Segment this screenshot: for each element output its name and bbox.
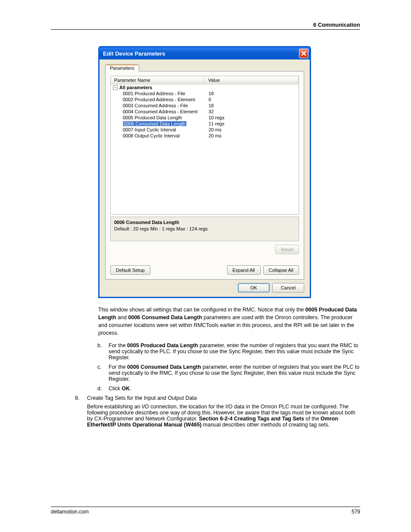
cancel-button[interactable]: Cancel [272, 283, 304, 292]
table-row[interactable]: 0007 Input Cyclic Interval20 ms [111, 127, 299, 133]
footer-page-number: 579 [352, 509, 360, 515]
collapse-icon[interactable]: − [113, 85, 118, 90]
step-c: c. For the 0006 Consumed Data Length par… [97, 364, 360, 382]
list-marker: d. [97, 386, 109, 392]
detail-info: Default : 20 regs Min : 1 regs Max : 124… [114, 226, 295, 231]
collapse-all-button[interactable]: Collapse All [263, 265, 299, 275]
default-setup-button[interactable]: Default Setup [110, 265, 150, 275]
table-row[interactable]: 0001 Produced Address - File18 [111, 90, 299, 96]
table-row[interactable]: 0003 Consumed Address - File18 [111, 103, 299, 109]
step-d: d. Click OK. [97, 386, 360, 392]
step-8-title: Create Tag Sets for the Input and Output… [87, 395, 360, 401]
list-marker: c. [97, 364, 109, 382]
page-footer: deltamotion.com 579 [51, 507, 360, 515]
table-row[interactable]: 0005 Produced Data Length10 regs [111, 115, 299, 121]
list-marker: b. [97, 342, 109, 361]
column-header-value[interactable]: Value [205, 76, 299, 84]
tab-parameters[interactable]: Parameters [105, 64, 139, 72]
dialog-caption: This window shows all settings that can … [98, 306, 360, 337]
expand-all-button[interactable]: Expand All [227, 265, 261, 275]
table-row[interactable]: 0006 Consumed Data Length11 regs [111, 121, 299, 127]
table-row[interactable]: 0008 Output Cyclic Interval20 ms [111, 133, 299, 139]
reset-button[interactable]: Reset [275, 245, 299, 254]
step-8: 8. Create Tag Sets for the Input and Out… [75, 395, 360, 428]
titlebar: Edit Device Parameters [100, 47, 310, 59]
tree-group-all-parameters[interactable]: −All parameters [111, 84, 299, 90]
table-row[interactable]: 0004 Consumed Address - Element32 [111, 109, 299, 115]
page-header: 6 Communication [51, 22, 360, 30]
edit-device-parameters-dialog: Edit Device Parameters Parameters Parame… [98, 46, 311, 298]
table-row[interactable]: 0002 Produced Address - Element0 [111, 96, 299, 103]
ok-button[interactable]: OK [238, 283, 270, 292]
close-icon[interactable] [299, 49, 308, 58]
list-marker: 8. [75, 395, 87, 428]
header-title: 6 Communication [313, 22, 360, 28]
parameter-grid: Parameter Name Value −All parameters0001… [110, 76, 299, 215]
tab-panel: Parameter Name Value −All parameters0001… [105, 71, 304, 280]
parameter-detail: 0006 Consumed Data Length Default : 20 r… [110, 217, 299, 241]
column-header-name[interactable]: Parameter Name [111, 76, 205, 84]
step-8-body: Before establishing an I/O connection, t… [87, 404, 360, 428]
footer-site: deltamotion.com [51, 509, 89, 515]
dialog-title: Edit Device Parameters [103, 50, 165, 57]
step-b: b. For the 0005 Produced Data Length par… [97, 342, 360, 361]
detail-title: 0006 Consumed Data Length [114, 220, 295, 225]
